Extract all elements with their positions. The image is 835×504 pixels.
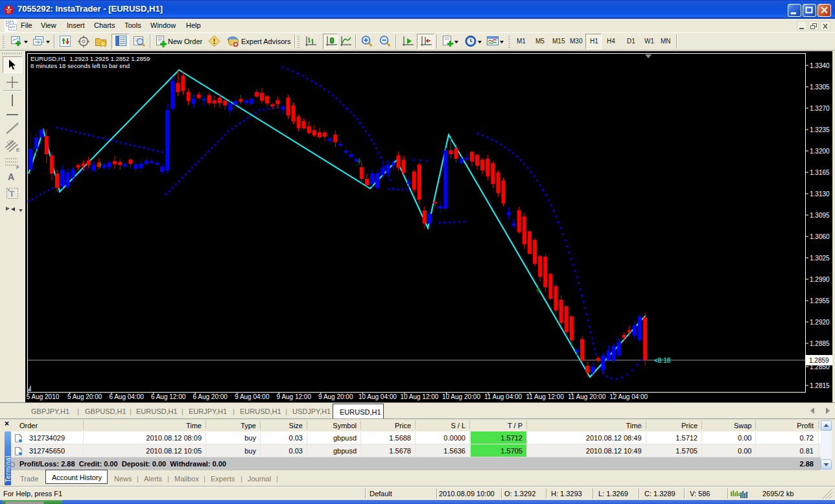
svg-text:1.3025: 1.3025 <box>810 255 830 262</box>
svg-text:6 Aug 12:00: 6 Aug 12:00 <box>151 393 186 400</box>
svg-text:1.2920: 1.2920 <box>810 319 830 326</box>
svg-text:5 Aug 20:00: 5 Aug 20:00 <box>67 393 102 400</box>
svg-text:1.3130: 1.3130 <box>810 190 830 198</box>
svg-text:9 Aug 04:00: 9 Aug 04:00 <box>235 393 270 400</box>
svg-text:8 minutes 18 seconds left to b: 8 minutes 18 seconds left to bar end <box>30 62 130 69</box>
svg-text:11 Aug 04:00: 11 Aug 04:00 <box>484 393 523 400</box>
svg-text:1.3060: 1.3060 <box>810 233 830 240</box>
svg-text:9 Aug 12:00: 9 Aug 12:00 <box>277 393 312 400</box>
svg-text:1.2815: 1.2815 <box>810 382 830 389</box>
svg-text:T: T <box>10 189 15 198</box>
svg-text:6 Aug 20:00: 6 Aug 20:00 <box>193 393 228 400</box>
svg-text:10 Aug 04:00: 10 Aug 04:00 <box>359 393 397 400</box>
svg-text:12 Aug 04:00: 12 Aug 04:00 <box>609 393 648 400</box>
svg-text:1.3235: 1.3235 <box>810 126 830 133</box>
svg-text:9 Aug 20:00: 9 Aug 20:00 <box>318 393 353 400</box>
svg-text:1.2885: 1.2885 <box>810 340 830 347</box>
svg-text:10 Aug 20:00: 10 Aug 20:00 <box>442 393 480 400</box>
svg-text:E: E <box>16 147 19 153</box>
svg-text:5 Aug 2010: 5 Aug 2010 <box>27 393 60 400</box>
svg-text:1.3165: 1.3165 <box>810 169 830 176</box>
svg-text:6 Aug 04:00: 6 Aug 04:00 <box>109 393 144 400</box>
svg-text:1.3340: 1.3340 <box>810 62 830 69</box>
svg-text:<8:18: <8:18 <box>654 357 671 364</box>
svg-text:EURUSD,H1 1.2923 1.2925 1.285: EURUSD,H1 1.2923 1.2925 1.2852 1.2859 <box>30 55 150 62</box>
svg-text:1.3200: 1.3200 <box>810 148 830 155</box>
svg-text:1.2955: 1.2955 <box>810 297 830 304</box>
svg-text:1.3270: 1.3270 <box>810 105 830 112</box>
svg-text:1.2990: 1.2990 <box>810 276 830 283</box>
svg-text:F: F <box>16 165 19 170</box>
svg-text:11 Aug 20:00: 11 Aug 20:00 <box>568 393 606 400</box>
svg-text:1.2859: 1.2859 <box>809 357 829 364</box>
svg-text:11 Aug 12:00: 11 Aug 12:00 <box>526 393 564 400</box>
svg-text:1.3305: 1.3305 <box>810 84 830 91</box>
svg-text:10 Aug 12:00: 10 Aug 12:00 <box>400 393 438 400</box>
svg-text:1.3095: 1.3095 <box>810 212 830 219</box>
